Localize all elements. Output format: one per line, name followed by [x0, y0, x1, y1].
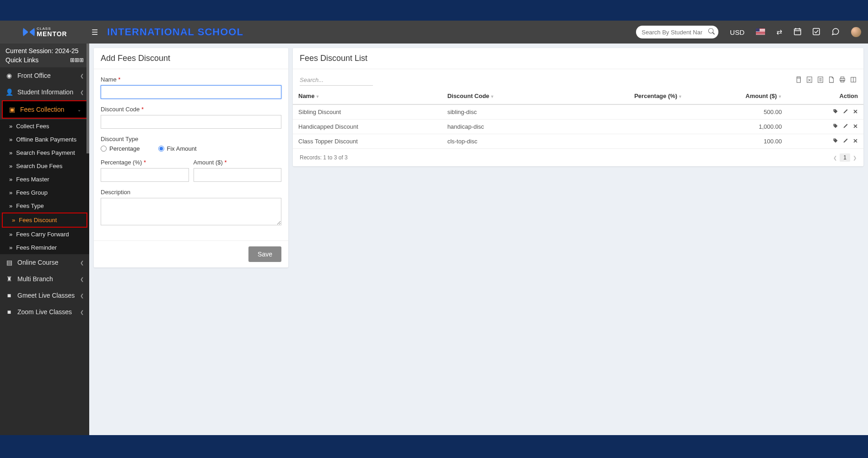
radio-percentage[interactable]: Percentage	[101, 145, 140, 152]
col-code[interactable]: Discount Code▼	[442, 88, 564, 104]
col-amount[interactable]: Amount ($)▼	[688, 88, 787, 104]
switch-icon[interactable]: ⇄	[776, 28, 782, 36]
discount-table: Name▼ Discount Code▼ Percentage (%)▼ Amo…	[293, 88, 863, 149]
type-label: Discount Type	[101, 136, 281, 142]
language-flag[interactable]	[756, 28, 765, 36]
amount-label: Amount ($) *	[194, 159, 282, 166]
sort-icon: ▼	[490, 94, 494, 99]
csv-icon[interactable]	[817, 76, 824, 84]
grid-icon: ⊞⊞⊞	[70, 57, 84, 63]
page-next[interactable]: ❯	[853, 155, 857, 160]
menu-label: Student Information	[17, 88, 73, 96]
name-input[interactable]	[101, 85, 281, 99]
whatsapp-icon[interactable]	[831, 27, 840, 37]
submenu-offline-bank[interactable]: »Offline Bank Payments	[0, 133, 89, 146]
session-label: Current Session: 2024-25	[5, 47, 84, 55]
app-logo[interactable]: CLASS MENTOR	[22, 27, 67, 38]
export-toolbar	[795, 76, 857, 84]
tag-icon[interactable]	[833, 138, 838, 145]
calendar-icon[interactable]	[794, 28, 801, 37]
cell-percent	[564, 120, 688, 134]
submenu-fees-carry[interactable]: »Fees Carry Forward	[0, 228, 89, 241]
pdf-icon[interactable]	[828, 76, 835, 84]
radio-fix-amount[interactable]: Fix Amount	[158, 145, 197, 152]
sidebar-item-multi-branch[interactable]: ♜Multi Branch ❮	[0, 271, 89, 287]
tag-icon[interactable]	[833, 109, 838, 115]
cell-amount: 500.00	[688, 104, 787, 120]
columns-icon[interactable]	[850, 76, 857, 84]
quick-links[interactable]: Quick Links ⊞⊞⊞	[5, 56, 84, 64]
logo-area: CLASS MENTOR	[0, 27, 89, 38]
sidebar-item-fees-collection[interactable]: ▣Fees Collection ⌄	[2, 100, 87, 119]
page-number[interactable]: 1	[840, 153, 850, 162]
menu-label: Multi Branch	[17, 275, 53, 283]
desc-input[interactable]	[101, 198, 281, 225]
double-chevron-icon: »	[9, 202, 12, 209]
check-icon[interactable]	[813, 28, 820, 37]
menu-label: Online Course	[17, 259, 59, 266]
delete-icon[interactable]	[853, 109, 858, 115]
school-title: INTERNATIONAL SCHOOL	[107, 26, 243, 38]
submenu-fees-master[interactable]: »Fees Master	[0, 173, 89, 186]
double-chevron-icon: »	[9, 149, 12, 156]
submenu-fees-group[interactable]: »Fees Group	[0, 186, 89, 199]
compass-icon: ◉	[5, 72, 13, 79]
save-button[interactable]: Save	[248, 246, 281, 262]
sort-icon: ▼	[678, 94, 682, 99]
copy-icon[interactable]	[795, 76, 802, 84]
list-title: Fees Discount List	[293, 48, 863, 69]
menu-label: Front Office	[17, 72, 51, 79]
radio-percentage-label: Percentage	[109, 145, 140, 152]
submenu-search-due[interactable]: »Search Due Fees	[0, 159, 89, 173]
amount-input[interactable]	[194, 168, 282, 182]
desc-label: Description	[101, 189, 281, 196]
sidebar-item-front-office[interactable]: ◉Front Office ❮	[0, 67, 89, 84]
double-chevron-icon: »	[9, 123, 12, 130]
double-chevron-icon: »	[9, 189, 12, 196]
submenu-fees-discount[interactable]: »Fees Discount	[2, 213, 87, 228]
submenu-collect-fees[interactable]: »Collect Fees	[0, 120, 89, 133]
sidebar-scrollbar[interactable]	[86, 44, 89, 153]
svg-point-22	[834, 139, 835, 140]
edit-icon[interactable]	[843, 123, 848, 130]
fees-collection-submenu: »Collect Fees »Offline Bank Payments »Se…	[0, 120, 89, 254]
discount-list-card: Fees Discount List Name▼ Discount Code▼	[293, 48, 863, 166]
delete-icon[interactable]	[853, 123, 858, 130]
edit-icon[interactable]	[843, 138, 848, 145]
quick-links-label: Quick Links	[5, 56, 38, 64]
double-chevron-icon: »	[12, 217, 15, 224]
hamburger-icon[interactable]: ☰	[92, 28, 98, 37]
svg-rect-6	[807, 76, 812, 82]
submenu-label: Collect Fees	[16, 123, 49, 130]
sidebar-item-online-course[interactable]: ▤Online Course ❮	[0, 254, 89, 271]
col-percent[interactable]: Percentage (%)▼	[564, 88, 688, 104]
sidebar-item-gmeet[interactable]: ■Gmeet Live Classes ❮	[0, 287, 89, 304]
submenu-label: Fees Master	[16, 176, 49, 183]
search-icon[interactable]	[708, 28, 715, 36]
col-name[interactable]: Name▼	[293, 88, 442, 104]
page-prev[interactable]: ❮	[833, 155, 837, 160]
currency-label[interactable]: USD	[730, 28, 744, 36]
cell-name: Sibling Discount	[293, 104, 442, 120]
chevron-left-icon: ❮	[80, 90, 84, 95]
sidebar-item-student-info[interactable]: 👤Student Information ❮	[0, 84, 89, 100]
sidebar-item-zoom[interactable]: ■Zoom Live Classes ❮	[0, 304, 89, 320]
user-avatar[interactable]	[851, 27, 861, 37]
tag-icon[interactable]	[833, 123, 838, 130]
print-icon[interactable]	[839, 76, 846, 84]
submenu-fees-type[interactable]: »Fees Type	[0, 199, 89, 213]
name-label: Name *	[101, 76, 281, 83]
submenu-search-fees[interactable]: »Search Fees Payment	[0, 146, 89, 159]
submenu-fees-reminder[interactable]: »Fees Reminder	[0, 241, 89, 254]
menu-label: Gmeet Live Classes	[17, 292, 75, 299]
table-row: Sibling Discountsibling-disc500.00	[293, 104, 863, 120]
list-search-input[interactable]	[300, 75, 373, 86]
top-banner	[0, 0, 868, 21]
edit-icon[interactable]	[843, 109, 848, 115]
excel-icon[interactable]	[806, 76, 813, 84]
student-search-input[interactable]	[636, 26, 718, 38]
menu-label: Fees Collection	[20, 106, 65, 113]
code-input[interactable]	[101, 115, 281, 129]
delete-icon[interactable]	[853, 138, 858, 145]
percentage-input[interactable]	[101, 168, 189, 182]
